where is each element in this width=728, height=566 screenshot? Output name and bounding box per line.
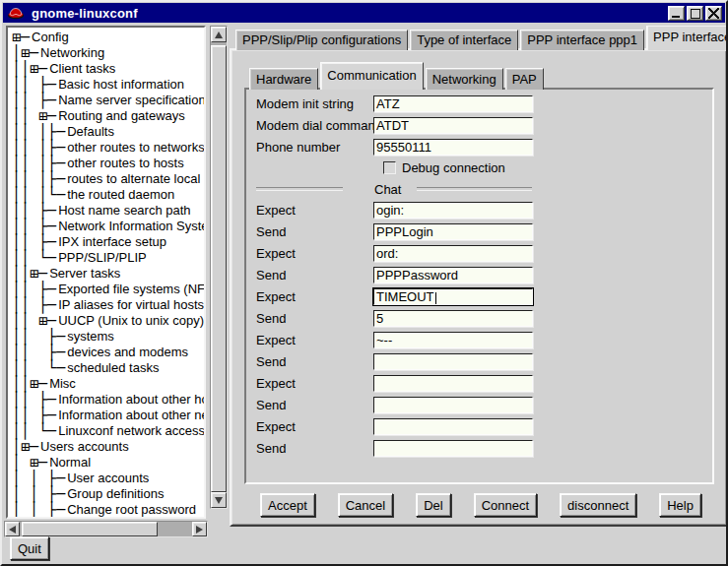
subtab-2-networking[interactable]: Networking (426, 68, 503, 90)
cancel-button[interactable]: Cancel (338, 493, 393, 517)
tree-item-client-tasks[interactable]: ││⊞─Client tasks (12, 61, 204, 77)
tree-item-label: devices and modems (65, 345, 188, 360)
tree-item-the-routed-daemon[interactable]: ││ │└─the routed daemon (12, 187, 204, 203)
tree-item-basic-host-information[interactable]: ││ ├─Basic host information (12, 77, 204, 93)
modem-init-string-input[interactable]: ATZ (373, 95, 533, 112)
tree-vertical-scrollbar[interactable] (210, 26, 228, 509)
tree-item-other-routes-to-hosts[interactable]: ││ │├─other routes to hosts (12, 156, 204, 171)
send-input-1[interactable]: PPPLogin (373, 223, 533, 240)
tree-item-defaults[interactable]: ││ │├─Defaults (12, 124, 204, 140)
tree-item-linuxconf-network-access[interactable]: ││ └─Linuxconf network access (12, 423, 204, 439)
tree-item-ipx-interface-setup[interactable]: ││ ├─IPX interface setup (12, 234, 204, 250)
tree-horizontal-scrollbar[interactable] (4, 521, 208, 537)
subtab-3-pap[interactable]: PAP (505, 68, 544, 90)
send-input-7[interactable] (373, 353, 533, 370)
tree-item-user-accounts[interactable]: │ │ ├─User accounts (12, 471, 204, 486)
tree-item-networking[interactable]: │⊞─Networking (12, 45, 204, 61)
expect-input-10[interactable] (373, 418, 533, 435)
chat-script-rows: Expectogin:SendPPPLoginExpectord:SendPPP… (256, 202, 712, 457)
tree-item-name-server-specification[interactable]: ││ ├─Name server specification ( (12, 93, 204, 108)
close-icon (708, 8, 719, 19)
tree-item-information-about-other-netw[interactable]: ││ ├─Information about other netw (12, 408, 204, 423)
modem-dial-command-input[interactable]: ATDT (373, 117, 533, 134)
tree-item-group-definitions[interactable]: │ │ ├─Group definitions (12, 486, 204, 502)
expect-label: Expect (256, 203, 373, 218)
expect-input-4[interactable]: TIMEOUT (373, 288, 533, 305)
tree-item-label: Config (30, 30, 69, 45)
gnome-linuxconf-window: gnome-linuxconf ⊞─Config│⊞─Networking││⊞… (0, 0, 728, 566)
tree-item-exported-file-systems-nfs[interactable]: ││ ├─Exported file systems (NFS) (12, 282, 204, 297)
tree-item-network-information-system[interactable]: ││ ├─Network Information System (12, 219, 204, 234)
connect-button[interactable]: Connect (474, 493, 537, 517)
tree-item-misc[interactable]: ││⊞─Misc (12, 376, 204, 392)
close-button[interactable] (705, 6, 722, 21)
tree-item-label: Exported file systems (NFS) (56, 282, 206, 297)
tree-item-normal[interactable]: │ ⊞─Normal (12, 455, 204, 471)
send-input-5[interactable]: 5 (373, 310, 533, 327)
phone-number-input[interactable]: 95550111 (373, 139, 533, 156)
scroll-down-button[interactable] (211, 492, 227, 508)
debug-connection-checkbox[interactable] (383, 161, 396, 174)
tree-item-scheduled-tasks[interactable]: ││ └─scheduled tasks (12, 360, 204, 376)
disconnect-button[interactable]: disconnect (560, 493, 636, 517)
tree-item-label: Routing and gateways (56, 108, 185, 124)
expect-label: Expect (256, 376, 373, 391)
accept-button[interactable]: Accept (260, 493, 315, 517)
tab-2-ppp-interface-ppp1[interactable]: PPP interface ppp1 (520, 30, 644, 50)
chat-row: Send (256, 353, 712, 370)
tree-item-routes-to-alternate-local-ne[interactable]: ││ │├─routes to alternate local ne (12, 171, 204, 187)
tree-item-label: Client tasks (47, 61, 115, 77)
config-tree: ⊞─Config│⊞─Networking││⊞─Client tasks││ … (6, 26, 206, 519)
scroll-up-button[interactable] (211, 27, 227, 42)
tree-item-routing-and-gateways[interactable]: ││ ⊞─Routing and gateways (12, 108, 204, 124)
quit-button[interactable]: Quit (10, 536, 49, 560)
expect-input-0[interactable]: ogin: (373, 202, 533, 219)
horizontal-scrollbar-thumb[interactable] (22, 522, 158, 536)
send-input-3[interactable]: PPPPassword (373, 267, 533, 283)
expect-input-8[interactable] (373, 375, 533, 392)
subtab-0-hardware[interactable]: Hardware (249, 68, 318, 90)
tab-1-type-of-interface[interactable]: Type of interface (410, 30, 518, 50)
tree-item-information-about-other-host[interactable]: ││ ├─Information about other host (12, 392, 204, 408)
subtab-1-communication[interactable]: Communication (320, 62, 423, 90)
vertical-scrollbar-thumb[interactable] (211, 45, 227, 492)
tree-item-ip-aliases-for-virtual-hosts[interactable]: ││ ├─IP aliases for virtual hosts (12, 297, 204, 313)
tree-item-ppp-slip-plip[interactable]: ││ └─PPP/SLIP/PLIP (12, 250, 204, 266)
tab-0-ppp-slip-plip-configurations[interactable]: PPP/Slip/Plip configurations (235, 30, 408, 50)
tree-item-server-tasks[interactable]: ││⊞─Server tasks (12, 266, 204, 282)
tree-item-label: PPP/SLIP/PLIP (56, 250, 147, 266)
chat-row: Send5 (256, 310, 712, 327)
tree-item-devices-and-modems[interactable]: ││ ├─devices and modems (12, 345, 204, 360)
chat-section-divider: Chat (256, 181, 532, 197)
tree-connector: ││ ├─ (12, 77, 56, 93)
tree-item-host-name-search-path[interactable]: ││ ├─Host name search path (12, 203, 204, 219)
help-button[interactable]: Help (659, 493, 701, 517)
tree-connector: ││⊞─ (12, 376, 47, 392)
debug-connection-label: Debug connection (402, 160, 505, 175)
tree-item-systems[interactable]: ││ ├─systems (12, 329, 204, 345)
tree-item-uucp-unix-to-unix-copy[interactable]: ││ ⊞─UUCP (Unix to unix copy) (12, 313, 204, 329)
tree-item-label: Networking (38, 45, 104, 61)
tree-connector: ││ ├─ (12, 297, 56, 313)
tree-item-change-root-password[interactable]: │ │ ├─Change root password (12, 502, 204, 518)
tree-connector: ││⊞─ (12, 266, 47, 282)
expect-label: Expect (256, 289, 373, 304)
del-button[interactable]: Del (416, 493, 451, 517)
chat-row: Expect (256, 375, 712, 392)
send-input-11[interactable] (373, 440, 533, 457)
tree-item-label: Information about other netw (56, 408, 206, 423)
tree-item-users-accounts[interactable]: │⊞─Users accounts (12, 439, 204, 455)
minimize-button[interactable] (668, 6, 685, 21)
expect-input-2[interactable]: ord: (373, 245, 533, 262)
tree-item-label: Name server specification ( (56, 93, 206, 108)
tree-item-other-routes-to-networks[interactable]: ││ │├─other routes to networks (12, 140, 204, 156)
tab-3-ppp-interface-ppp1[interactable]: PPP interface ppp1 (646, 26, 728, 50)
send-input-9[interactable] (373, 397, 533, 413)
scroll-left-button[interactable] (5, 522, 20, 536)
scroll-right-button[interactable] (192, 522, 207, 536)
tree-connector: │ │ ├─ (12, 502, 65, 518)
tree-connector: │⊞─ (12, 439, 38, 455)
expect-input-6[interactable]: ~-- (373, 332, 533, 348)
maximize-button[interactable] (687, 6, 703, 21)
tree-item-config[interactable]: ⊞─Config (12, 30, 204, 45)
